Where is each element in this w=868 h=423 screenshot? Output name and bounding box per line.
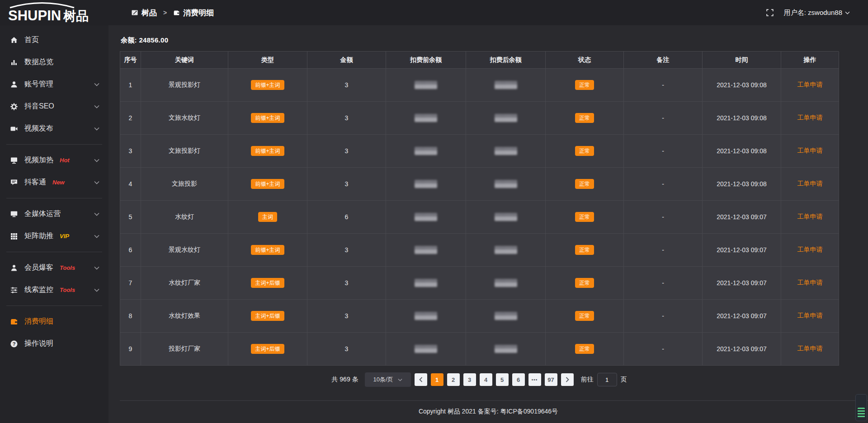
chevron-down-icon	[94, 159, 99, 162]
col-header: 金额	[307, 52, 386, 69]
status-badge: 正常	[575, 146, 594, 156]
page-button-4[interactable]: 4	[480, 373, 492, 386]
wallet-icon	[173, 9, 180, 16]
sidebar-item-member-baoke[interactable]: 会员爆客 Tools	[0, 257, 108, 279]
page-button-2[interactable]: 2	[447, 373, 460, 386]
cell-index: 3	[120, 135, 141, 168]
video-camera-icon	[10, 125, 18, 133]
brand-logo[interactable]: SHUPIN 树品	[0, 0, 108, 25]
sidebar-item-home[interactable]: 首页	[0, 29, 108, 51]
work-order-link[interactable]: 工单申请	[797, 114, 823, 122]
breadcrumb-current[interactable]: 消费明细	[173, 8, 214, 18]
table-row: 8 水纹灯效果 主词+后缀 3 正常 - 2021-12-03 09:07 工单…	[120, 300, 839, 333]
corner-widget[interactable]	[855, 394, 867, 421]
type-tag: 前缀+主词	[251, 146, 284, 156]
content-area: 余额: 24856.00 序号 关键词 类型 金额 扣费前余额 扣费后余额 状态…	[108, 25, 868, 400]
cell-note: -	[624, 267, 703, 300]
sidebar-divider	[6, 252, 102, 252]
censored-balance-before	[415, 180, 437, 188]
table-row: 6 景观水纹灯 前缀+主词 3 正常 - 2021-12-03 09:07 工单…	[120, 234, 839, 267]
grid-icon	[10, 232, 18, 240]
sidebar-item-instructions[interactable]: ? 操作说明	[0, 333, 108, 355]
chevron-down-icon	[94, 181, 99, 184]
breadcrumb-home[interactable]: 树品	[131, 8, 157, 18]
page-button-3[interactable]: 3	[463, 373, 476, 386]
sidebar-item-douketong[interactable]: 抖客通 New	[0, 171, 108, 193]
page-button-6[interactable]: 6	[512, 373, 525, 386]
person-icon	[10, 264, 18, 272]
censored-balance-after	[495, 114, 517, 122]
page-size-select[interactable]: 10条/页	[365, 372, 411, 387]
new-badge: New	[52, 179, 65, 186]
work-order-link[interactable]: 工单申请	[797, 345, 823, 353]
username-text: 用户名: zswodun88	[784, 9, 842, 17]
censored-balance-after	[495, 180, 517, 188]
sidebar-item-label: 账号管理	[24, 80, 53, 89]
status-badge: 正常	[575, 80, 594, 90]
status-badge: 正常	[575, 245, 594, 255]
table-header-row: 序号 关键词 类型 金额 扣费前余额 扣费后余额 状态 备注 时间 操作	[120, 52, 839, 69]
cell-time: 2021-12-03 09:07	[703, 267, 781, 300]
sidebar-item-label: 视频发布	[24, 124, 53, 133]
sidebar-item-consumption-detail[interactable]: 消费明细	[0, 310, 108, 333]
chevron-down-icon	[398, 378, 402, 381]
sidebar-item-data-overview[interactable]: 数据总览	[0, 51, 108, 73]
app-window: SHUPIN 树品 首页 数据总览 账号管理 抖音SEO	[0, 0, 868, 423]
cell-index: 5	[120, 201, 141, 234]
cell-note: -	[624, 201, 703, 234]
censored-balance-after	[495, 147, 517, 155]
sidebar-item-douyin-seo[interactable]: 抖音SEO	[0, 95, 108, 118]
work-order-link[interactable]: 工单申请	[797, 147, 823, 155]
sidebar-item-account-management[interactable]: 账号管理	[0, 73, 108, 95]
work-order-link[interactable]: 工单申请	[797, 180, 823, 188]
prev-page-button[interactable]	[415, 373, 427, 386]
corner-widget-stripes	[858, 408, 865, 418]
sidebar-item-video-publish[interactable]: 视频发布	[0, 118, 108, 140]
cell-keyword: 景观投影灯	[141, 69, 228, 102]
cell-amount: 3	[307, 234, 386, 267]
user-menu[interactable]: 用户名: zswodun88	[784, 9, 850, 17]
sidebar-item-label: 线索监控	[24, 285, 53, 295]
sidebar-item-clue-monitor[interactable]: 线索监控 Tools	[0, 279, 108, 301]
cell-index: 9	[120, 333, 141, 366]
sidebar-item-video-heat[interactable]: 视频加热 Hot	[0, 149, 108, 171]
fullscreen-icon[interactable]	[766, 9, 774, 17]
col-header: 扣费前余额	[386, 52, 466, 69]
page-button-97[interactable]: 97	[545, 373, 557, 386]
sidebar-item-all-media[interactable]: 全媒体运营	[0, 203, 108, 225]
cell-keyword: 景观水纹灯	[141, 234, 228, 267]
cell-note: -	[624, 135, 703, 168]
next-page-button[interactable]	[561, 373, 574, 386]
sidebar-item-label: 抖客通	[24, 178, 46, 187]
censored-balance-before	[415, 345, 437, 353]
censored-balance-before	[415, 213, 437, 221]
col-header: 扣费后余额	[466, 52, 546, 69]
col-header: 序号	[120, 52, 141, 69]
user-icon	[10, 80, 18, 89]
work-order-link[interactable]: 工单申请	[797, 81, 823, 89]
balance-value: 24856.00	[139, 36, 168, 44]
work-order-link[interactable]: 工单申请	[797, 312, 823, 320]
work-order-link[interactable]: 工单申请	[797, 213, 823, 221]
page-button-5[interactable]: 5	[496, 373, 509, 386]
table-row: 7 水纹灯厂家 主词+后缀 3 正常 - 2021-12-03 09:07 工单…	[120, 267, 839, 300]
bar-chart-icon	[10, 58, 18, 66]
work-order-link[interactable]: 工单申请	[797, 246, 823, 254]
sidebar-divider	[6, 198, 102, 198]
censored-balance-after	[495, 213, 517, 221]
chevron-down-icon	[845, 11, 850, 14]
sidebar-item-label: 抖音SEO	[24, 102, 54, 111]
sidebar-item-matrix-boost[interactable]: 矩阵助推 VIP	[0, 225, 108, 247]
gear-icon	[10, 103, 18, 111]
type-tag: 主词+后缀	[251, 344, 284, 354]
censored-balance-before	[415, 312, 437, 320]
goto-page-input[interactable]	[597, 373, 617, 386]
censored-balance-after	[495, 246, 517, 254]
work-order-link[interactable]: 工单申请	[797, 279, 823, 287]
status-badge: 正常	[575, 278, 594, 288]
page-size-value: 10条/页	[373, 376, 393, 384]
page-button-1[interactable]: 1	[431, 373, 443, 386]
sidebar-item-label: 首页	[24, 35, 39, 45]
chat-bubble-icon	[10, 179, 18, 187]
more-pages-button[interactable]: •••	[528, 373, 541, 386]
